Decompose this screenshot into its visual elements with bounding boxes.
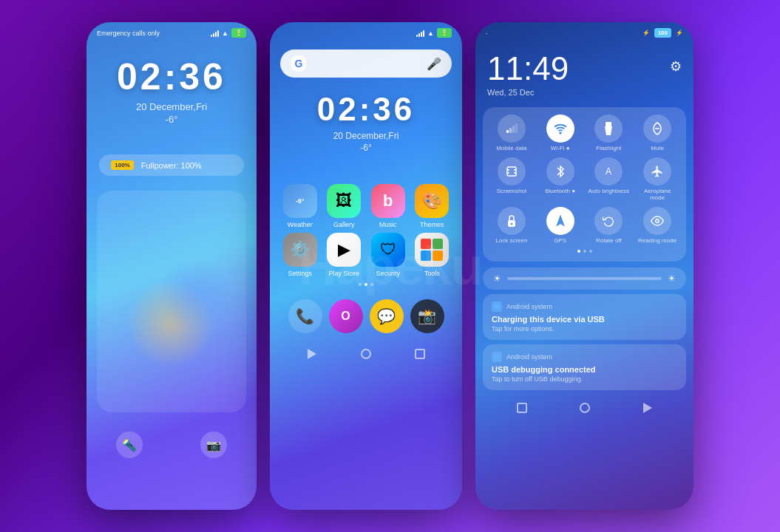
flashlight-button[interactable]: 🔦 — [116, 432, 143, 458]
rotate-qs-icon — [594, 207, 623, 235]
app-settings[interactable]: ⚙️ Settings — [280, 233, 320, 277]
nav-back-3[interactable] — [640, 400, 655, 415]
weather-icon: -6° — [283, 184, 317, 218]
dot-1 — [359, 283, 362, 286]
nav-recents[interactable] — [413, 347, 427, 361]
security-label: Security — [376, 270, 400, 277]
tools-grid — [421, 239, 443, 261]
app-security[interactable]: 🛡 Security — [368, 233, 408, 277]
dock-messages[interactable]: 💬 — [370, 299, 404, 333]
phone-call-icon: 📞 — [296, 307, 314, 325]
home-icon-3 — [580, 403, 590, 413]
music-icon: b — [371, 184, 405, 218]
gallery-icon: 🖼 — [327, 184, 361, 218]
settings-icon: ⚙️ — [283, 233, 317, 267]
qs-flashlight[interactable]: Flashlight — [587, 115, 630, 151]
dock-phone[interactable]: 📞 — [288, 299, 322, 333]
qs-reading[interactable]: Reading mode — [636, 207, 679, 244]
time-row: 11:49 Wed, 25 Dec ⚙ — [487, 52, 682, 97]
mi-icon: O — [341, 310, 350, 323]
playstore-icon: ▶ — [327, 233, 361, 267]
notification-1[interactable]: Android system Charging this device via … — [483, 294, 686, 340]
signal-bar-3 — [215, 32, 217, 37]
nav-square-3[interactable] — [515, 400, 529, 415]
auto-brightness-label: Auto brightness — [589, 188, 630, 194]
nav-bar-3 — [475, 395, 693, 421]
notif-app-icon-1 — [492, 301, 502, 312]
emergency-text: Emergency calls only — [97, 30, 160, 37]
phone-homescreen: · ▲ 🔋 G 🎤 02:36 20 December,Fri -6° -6° — [270, 22, 462, 510]
wifi-icon-2: ▲ — [427, 30, 434, 37]
flashlight-qs-icon — [594, 115, 623, 143]
signal-bar-2 — [213, 33, 214, 37]
lock-temp: -6° — [101, 114, 242, 125]
app-playstore[interactable]: ▶ Play Store — [325, 233, 364, 277]
settings-gear-icon[interactable]: ⚙ — [670, 58, 682, 75]
music-label: Music — [379, 221, 397, 228]
svg-rect-1 — [509, 128, 512, 133]
nav-home[interactable] — [359, 347, 373, 361]
notification-2[interactable]: Android system USB debugging connected T… — [483, 344, 686, 390]
lock-screen-qs-icon — [498, 207, 526, 235]
svg-rect-0 — [506, 130, 509, 133]
wifi-icon: ▲ — [222, 30, 228, 37]
flashlight-icon: 🔦 — [122, 438, 137, 452]
time-date-group: 11:49 Wed, 25 Dec — [487, 52, 569, 97]
app-weather[interactable]: -6° Weather — [280, 184, 320, 228]
status-bar-3: · ⚡ 100 ⚡ — [475, 22, 693, 38]
dock-camera[interactable]: 📸 — [410, 299, 444, 333]
back-icon — [308, 349, 316, 359]
notif-card-header-2: Android system — [492, 352, 677, 362]
gps-qs-label: GPS — [554, 237, 566, 244]
tools-label: Tools — [424, 270, 440, 277]
page-indicator — [270, 283, 462, 286]
camera-icon: 📷 — [206, 438, 221, 452]
svg-point-16 — [510, 223, 512, 225]
app-gallery[interactable]: 🖼 Gallery — [325, 184, 364, 228]
reading-qs-label: Reading mode — [638, 237, 676, 244]
svg-point-18 — [494, 304, 500, 310]
messages-icon: 💬 — [377, 307, 396, 325]
bluetooth-qs-label: Bluetooth ● — [545, 188, 575, 194]
brightness-track — [507, 277, 662, 280]
qs-aeroplane[interactable]: Aeroplane mode — [636, 157, 679, 201]
nav-home-3[interactable] — [577, 400, 592, 415]
signal-bar-1 — [211, 35, 212, 37]
status-icons-2: ▲ 🔋 — [416, 28, 452, 38]
wifi-qs-label: Wi-Fi ● — [551, 145, 570, 151]
svg-rect-2 — [512, 126, 515, 133]
qs-mute[interactable]: Mute — [636, 115, 679, 151]
camera-button[interactable]: 📷 — [200, 432, 227, 458]
battery-icon-3: 100 — [654, 28, 671, 38]
svg-rect-9 — [507, 167, 516, 176]
brightness-slider[interactable]: ☀ ☀ — [483, 267, 686, 290]
search-bar[interactable]: G 🎤 — [280, 50, 452, 78]
qs-row-1: Mobile data Wi-Fi ● — [487, 115, 682, 151]
frosted-area — [97, 191, 246, 412]
auto-brightness-qs-icon: A — [594, 157, 623, 185]
gallery-label: Gallery — [333, 221, 355, 228]
qs-screenshot[interactable]: Screenshot — [490, 157, 533, 201]
svg-rect-5 — [606, 122, 611, 126]
home-icon — [361, 349, 371, 359]
qs-lock-screen[interactable]: Lock screen — [490, 207, 533, 244]
qs-bluetooth[interactable]: Bluetooth ● — [539, 157, 582, 201]
app-tools[interactable]: Tools — [413, 233, 452, 277]
qs-gps[interactable]: GPS — [539, 207, 582, 244]
dock-mi[interactable]: O — [329, 299, 363, 333]
notif-header: 11:49 Wed, 25 Dec ⚙ — [475, 38, 693, 101]
app-music[interactable]: b Music — [368, 184, 408, 228]
app-themes[interactable]: 🎨 Themes — [413, 184, 452, 228]
notif-body-1: Tap for more options. — [492, 325, 677, 332]
nav-back[interactable] — [305, 347, 319, 361]
qs-wifi[interactable]: Wi-Fi ● — [539, 115, 582, 151]
qs-rotate[interactable]: Rotate off — [587, 207, 630, 244]
lock-date: 20 December,Fri — [101, 101, 242, 112]
playstore-label: Play Store — [328, 270, 359, 277]
qs-auto-brightness[interactable]: A Auto brightness — [587, 157, 630, 201]
charging-icon: ⚡ — [642, 30, 650, 36]
mic-icon[interactable]: 🎤 — [427, 57, 441, 71]
blob-2 — [157, 257, 231, 331]
bluetooth-qs-icon — [546, 157, 574, 185]
qs-mobile-data[interactable]: Mobile data — [490, 115, 533, 151]
